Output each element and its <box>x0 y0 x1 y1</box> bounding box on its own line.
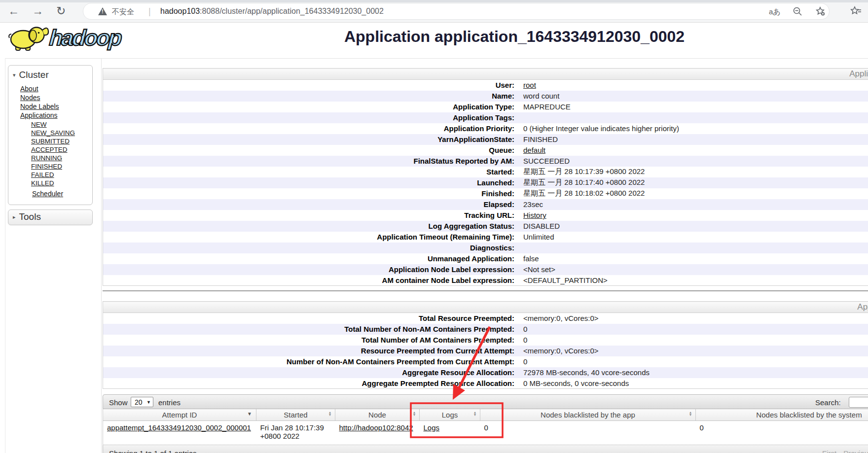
field-label: Finished: <box>103 188 518 199</box>
info-row: Started:星期五 一月 28 10:17:39 +0800 2022 <box>103 167 868 177</box>
field-value: MAPREDUCE <box>523 103 571 111</box>
column-header-attempt-id[interactable]: Attempt ID▼ <box>103 409 256 420</box>
field-value: Unlimited <box>523 233 554 241</box>
info-row: Launched:星期五 一月 28 10:17:40 +0800 2022 <box>103 177 868 188</box>
field-value: 星期五 一月 28 10:17:40 +0800 2022 <box>523 178 645 186</box>
field-label: Application Type: <box>103 102 518 112</box>
yarn-application-page: { "browser": { "security_warning": "不安全"… <box>0 0 868 453</box>
field-label: Application Node Label expression: <box>103 264 518 275</box>
column-header-node[interactable]: Node▴▾ <box>335 409 420 420</box>
field-label: Resource Preempted from Current Attempt: <box>103 346 518 356</box>
sidebar-item-state-new[interactable]: NEW <box>31 121 92 128</box>
favorites-bar-icon[interactable] <box>850 6 862 19</box>
sidebar-item-node-labels[interactable]: Node Labels <box>20 103 92 110</box>
sidebar-item-state-accepted[interactable]: ACCEPTED <box>31 146 92 153</box>
info-row: Tracking URL:History <box>103 210 868 221</box>
sidebar-item-state-running[interactable]: RUNNING <box>31 154 92 162</box>
node-link[interactable]: http://hadoop102:8042 <box>339 423 413 432</box>
url-text[interactable]: hadoop103:8088/cluster/app/application_1… <box>160 7 384 16</box>
field-label: Number of Non-AM Containers Preempted fr… <box>103 356 518 367</box>
attempt-id-link[interactable]: appattempt_1643334912030_0002_000001 <box>107 423 251 432</box>
field-label: Aggregate Preempted Resource Allocation: <box>103 378 518 389</box>
sidebar-item-state-failed[interactable]: FAILED <box>31 171 92 178</box>
url-path: :8088/cluster/app/application_1643334912… <box>200 7 384 15</box>
sidebar-item-state-new-saving[interactable]: NEW_SAVING <box>31 129 92 137</box>
security-warning-icon[interactable] <box>98 7 108 16</box>
sort-desc-icon: ▼ <box>247 411 252 417</box>
cluster-accordion-header[interactable]: ▾ Cluster <box>8 68 92 84</box>
field-label: Application Tags: <box>103 112 518 123</box>
logs-link[interactable]: Logs <box>424 423 440 432</box>
field-label: Aggregate Resource Allocation: <box>103 367 518 378</box>
sidebar-item-state-finished[interactable]: FINISHED <box>31 163 92 170</box>
field-value: 0 (Higher Integer value indicates higher… <box>523 124 679 133</box>
showing-entries-label: Showing 1 to 1 of 1 entries <box>109 449 197 453</box>
search-input[interactable] <box>849 397 868 408</box>
field-value: SUCCEEDED <box>523 157 570 165</box>
search-label: Search: <box>815 398 841 407</box>
field-label: Elapsed: <box>103 199 518 210</box>
field-value: FINISHED <box>523 135 558 143</box>
back-icon[interactable]: ← <box>8 3 19 18</box>
field-label: Queue: <box>103 145 518 156</box>
url-divider: | <box>148 6 151 17</box>
field-value: 星期五 一月 28 10:18:02 +0800 2022 <box>523 189 645 197</box>
sidebar-item-about[interactable]: About <box>20 85 92 93</box>
column-header-started[interactable]: Started▴▾ <box>256 409 335 420</box>
tools-accordion-header[interactable]: ▸ Tools <box>8 209 93 225</box>
browser-chrome: ← → ↻ 不安全 | hadoop103:8088/cluster/app/a… <box>0 0 868 23</box>
pagination-first-button[interactable]: First <box>822 449 836 453</box>
field-label: Launched: <box>103 177 518 188</box>
info-row: Elapsed:23sec <box>103 199 868 210</box>
pagination-previous-button[interactable]: Previous <box>843 449 868 453</box>
sidebar-item-applications[interactable]: Applications <box>20 111 92 119</box>
translate-icon[interactable]: aあ <box>769 7 781 17</box>
column-header-blacklisted-system[interactable]: Nodes blacklisted by the system▴▾ <box>696 409 868 420</box>
sidebar-item-scheduler[interactable]: Scheduler <box>20 190 92 198</box>
field-label: YarnApplicationState: <box>103 134 518 145</box>
info-row: Diagnostics: <box>103 243 868 253</box>
pagination: First Previous <box>822 449 868 453</box>
refresh-icon[interactable]: ↻ <box>56 3 66 18</box>
field-value-link[interactable]: root <box>523 81 536 89</box>
field-value: 0 <box>523 336 527 344</box>
page-size-select[interactable]: 20 ▼ <box>131 397 153 407</box>
field-label: Diagnostics: <box>103 243 518 253</box>
sidebar-nav: ▾ Cluster About Nodes Node Labels Applic… <box>8 65 93 225</box>
field-value: <memory:0, vCores:0> <box>523 347 599 355</box>
overview-section-header: Application Overview <box>103 69 868 80</box>
sidebar-item-state-killed[interactable]: KILLED <box>31 179 92 187</box>
cluster-title: Cluster <box>19 70 49 80</box>
sidebar-item-state-submitted[interactable]: SUBMITTED <box>31 138 92 145</box>
sort-both-icon: ▴▾ <box>413 411 415 416</box>
info-row: YarnApplicationState:FINISHED <box>103 134 868 145</box>
chevron-down-icon: ▾ <box>13 72 16 78</box>
address-bar[interactable]: 不安全 | hadoop103:8088/cluster/app/applica… <box>83 3 830 20</box>
metrics-section-header: Application Metrics <box>103 302 868 313</box>
field-value: 0 <box>523 325 527 333</box>
sidebar-item-nodes[interactable]: Nodes <box>20 94 92 102</box>
table-footer: Showing 1 to 1 of 1 entries First Previo… <box>103 445 868 453</box>
zoom-out-icon[interactable] <box>793 6 802 18</box>
field-label: Total Resource Preempted: <box>103 313 518 324</box>
field-value-link[interactable]: History <box>523 211 546 219</box>
info-row: Unmanaged Application:false <box>103 253 868 264</box>
info-row: Name:word count <box>103 91 868 102</box>
column-header-logs[interactable]: Logs▴▾ <box>420 409 480 420</box>
hadoop-logo-text: hadoop <box>48 27 121 49</box>
info-row: Application Tags: <box>103 112 868 123</box>
field-value: false <box>523 254 539 263</box>
field-value: 星期五 一月 28 10:17:39 +0800 2022 <box>523 167 645 175</box>
column-header-blacklisted-app[interactable]: Nodes blacklisted by the app▴▾ <box>480 409 696 420</box>
sort-both-icon: ▴▾ <box>689 411 691 416</box>
add-favorite-icon[interactable] <box>815 6 826 18</box>
field-label: User: <box>103 80 518 91</box>
info-row: AM container Node Label expression:<DEFA… <box>103 275 868 286</box>
field-value: 72978 MB-seconds, 40 vcore-seconds <box>523 368 650 377</box>
field-value-link[interactable]: default <box>523 146 545 154</box>
field-label: Tracking URL: <box>103 210 518 221</box>
tab-strip <box>0 0 868 2</box>
forward-icon[interactable]: → <box>32 3 43 18</box>
cluster-section: ▾ Cluster About Nodes Node Labels Applic… <box>8 65 93 205</box>
field-value: 0 MB-seconds, 0 vcore-seconds <box>523 379 629 387</box>
